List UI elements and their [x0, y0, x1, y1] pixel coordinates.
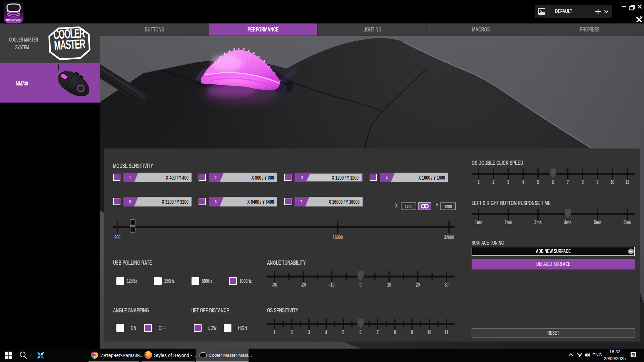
svg-text:11: 11	[444, 329, 448, 336]
svg-text:1ms: 1ms	[475, 219, 482, 226]
svg-text:7: 7	[300, 199, 302, 204]
svg-text:X 1200 / Y 1200: X 1200 / Y 1200	[332, 174, 359, 181]
svg-text:2: 2	[291, 329, 293, 336]
svg-text:5ms: 5ms	[594, 219, 601, 226]
svg-text:6ms: 6ms	[624, 219, 631, 226]
svg-text:6: 6	[552, 179, 554, 185]
svg-text:4: 4	[325, 329, 327, 336]
svg-text:MASTERPLUS+: MASTERPLUS+	[6, 18, 21, 21]
svg-text:10: 10	[387, 282, 391, 288]
svg-text:X 400 / Y 400: X 400 / Y 400	[166, 174, 189, 181]
svg-text:10: 10	[427, 329, 431, 336]
svg-text:X 6400 / Y 6400: X 6400 / Y 6400	[247, 198, 274, 205]
svg-text:5: 5	[129, 199, 131, 204]
svg-text:X 3200 / Y 3200: X 3200 / Y 3200	[162, 198, 189, 205]
svg-text:1: 1	[478, 179, 480, 185]
svg-text:X 16000 / Y 16000: X 16000 / Y 16000	[329, 198, 360, 205]
svg-text:-20: -20	[301, 282, 306, 288]
svg-text:1: 1	[129, 175, 131, 180]
svg-text:10: 10	[610, 179, 614, 185]
svg-text:9: 9	[596, 179, 598, 185]
svg-text:0: 0	[360, 282, 362, 288]
svg-text:8: 8	[582, 179, 584, 185]
svg-text:-30: -30	[272, 282, 277, 288]
svg-text:32000: 32000	[444, 234, 454, 241]
svg-text:11: 11	[625, 179, 629, 185]
svg-text:200: 200	[114, 234, 120, 241]
svg-text:30: 30	[444, 282, 448, 288]
svg-text:3: 3	[308, 329, 310, 336]
svg-text:7: 7	[567, 179, 569, 185]
svg-text:4: 4	[522, 179, 524, 185]
svg-text:1: 1	[274, 329, 276, 336]
svg-text:3: 3	[507, 179, 509, 185]
svg-text:3ms: 3ms	[534, 219, 542, 226]
svg-text:7: 7	[377, 329, 379, 336]
svg-text:-10: -10	[329, 282, 335, 288]
svg-text:X 800 / Y 800: X 800 / Y 800	[252, 174, 274, 181]
svg-text:2: 2	[215, 175, 217, 180]
svg-text:9: 9	[411, 329, 413, 336]
svg-text:5: 5	[342, 329, 344, 336]
svg-text:4: 4	[386, 175, 388, 180]
svg-text:2ms: 2ms	[505, 219, 512, 226]
svg-text:20: 20	[416, 282, 420, 288]
svg-text:6: 6	[215, 199, 217, 204]
svg-text:X 1600 / Y 1600: X 1600 / Y 1600	[418, 174, 445, 181]
svg-text:5: 5	[537, 179, 539, 185]
svg-text:MASTER: MASTER	[54, 37, 86, 53]
svg-text:2: 2	[492, 179, 494, 185]
svg-text:16000: 16000	[333, 234, 343, 241]
svg-text:6: 6	[360, 329, 362, 336]
svg-text:8: 8	[394, 329, 396, 336]
svg-text:3: 3	[301, 175, 303, 180]
svg-text:4ms: 4ms	[564, 219, 572, 226]
